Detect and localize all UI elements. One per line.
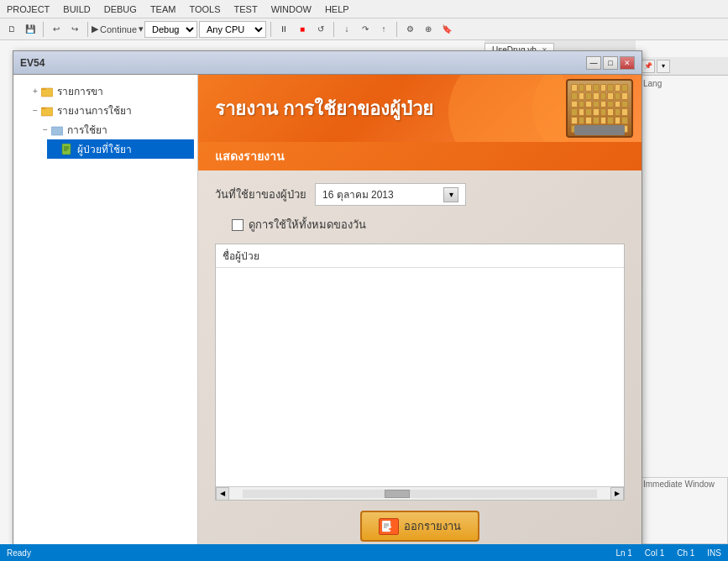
separator-4 bbox=[333, 22, 334, 37]
c22 bbox=[607, 101, 614, 108]
expand-icon-1: + bbox=[30, 87, 40, 96]
menu-window[interactable]: WINDOW bbox=[264, 3, 318, 16]
ev54-window: EV54 — □ ✕ + รายการขา − bbox=[13, 50, 642, 546]
c32 bbox=[621, 108, 628, 116]
ev54-titlebar: EV54 — □ ✕ bbox=[13, 51, 642, 75]
menu-help[interactable]: HELP bbox=[318, 3, 356, 16]
immediate-window: Immediate Window bbox=[637, 477, 728, 544]
table-column-name: ชื่อผู้ป่วย bbox=[223, 250, 259, 262]
play-icon: ▶ bbox=[92, 24, 98, 34]
date-label: วันที่ใช้ยาของผู้ป่วย bbox=[215, 186, 306, 203]
status-bar: Ready Ln 1 Col 1 Ch 1 INS bbox=[0, 544, 728, 561]
debug-dropdown[interactable]: Debug bbox=[144, 21, 197, 38]
status-ins: INS bbox=[707, 548, 721, 558]
checkbox-row: ดูการใช้ให้ทั้งหมดของวัน bbox=[232, 216, 625, 233]
export-btn-container: ออกรายงาน bbox=[215, 511, 625, 542]
menu-bar: PROJECT BUILD DEBUG TEAM TOOLS TEST WIND… bbox=[0, 0, 728, 18]
svg-rect-3 bbox=[41, 107, 46, 109]
restart-btn[interactable]: ↺ bbox=[312, 21, 329, 38]
scroll-left-btn[interactable]: ◀ bbox=[216, 487, 229, 501]
dropdown-btn[interactable]: ▾ bbox=[657, 60, 670, 73]
c23 bbox=[615, 101, 621, 108]
bookmark-btn[interactable]: 🔖 bbox=[438, 21, 455, 38]
folder-icon-3 bbox=[50, 123, 64, 137]
c12 bbox=[593, 92, 600, 100]
right-code-toolbar: 📌 ▾ bbox=[638, 57, 728, 76]
menu-test[interactable]: TEST bbox=[228, 3, 264, 16]
nav-tree: + รายการขา − รายงานการใ bbox=[13, 75, 198, 545]
stop-btn[interactable]: ■ bbox=[294, 21, 311, 38]
menu-project[interactable]: PROJECT bbox=[0, 3, 56, 16]
continue-btn[interactable]: ▶ Continue ▾ bbox=[92, 21, 143, 38]
export-report-button[interactable]: ออกรายงาน bbox=[360, 511, 479, 542]
tools-btn[interactable]: ⚙ bbox=[401, 21, 418, 38]
new-file-btn[interactable]: 🗋 bbox=[3, 21, 20, 38]
ev54-minimize-btn[interactable]: — bbox=[586, 56, 601, 70]
scroll-track[interactable] bbox=[243, 490, 597, 498]
date-picker-btn[interactable]: ▾ bbox=[443, 187, 458, 202]
c26 bbox=[579, 108, 585, 116]
menu-build[interactable]: BUILD bbox=[56, 3, 97, 16]
c37 bbox=[600, 117, 607, 124]
pause-btn[interactable]: ⏸ bbox=[275, 21, 292, 38]
separator-2 bbox=[87, 22, 88, 37]
scroll-thumb[interactable] bbox=[385, 490, 410, 498]
date-input[interactable]: 16 ตุลาคม 2013 ▾ bbox=[315, 183, 466, 206]
c24 bbox=[621, 101, 628, 108]
c30 bbox=[607, 108, 614, 116]
report-header: รายงาน การใช้ยาของผู้ป่วย bbox=[198, 75, 642, 142]
table-header: ชื่อผู้ป่วย bbox=[216, 244, 624, 268]
ev54-title: EV54 bbox=[20, 57, 45, 69]
undo-arrow-btn[interactable]: ↪ bbox=[66, 21, 83, 38]
tree-item-patient[interactable]: ผู้ป่วยที่ใช้ยา bbox=[47, 139, 194, 159]
all-day-checkbox[interactable] bbox=[232, 219, 244, 231]
menu-team[interactable]: TEAM bbox=[144, 3, 183, 16]
c29 bbox=[600, 108, 607, 116]
svg-rect-1 bbox=[41, 88, 46, 90]
status-ready: Ready bbox=[7, 548, 31, 558]
c25 bbox=[571, 108, 578, 116]
report-title: รายงาน การใช้ยาของผู้ป่วย bbox=[215, 94, 433, 123]
tree-item-raigarkar[interactable]: + รายการขา bbox=[27, 81, 194, 101]
separator-3 bbox=[270, 22, 271, 37]
c5 bbox=[600, 84, 607, 92]
c9 bbox=[571, 92, 578, 100]
status-ch: Ch 1 bbox=[677, 548, 694, 558]
breakpoint-btn[interactable]: ⊕ bbox=[420, 21, 437, 38]
horizontal-scrollbar[interactable]: ◀ ▶ bbox=[216, 486, 624, 500]
step-out-btn[interactable]: ↑ bbox=[375, 21, 392, 38]
separator-1 bbox=[43, 22, 44, 37]
c19 bbox=[585, 101, 592, 108]
save-btn[interactable]: 💾 bbox=[22, 21, 39, 38]
lang-label: Lang bbox=[638, 76, 728, 92]
c35 bbox=[585, 117, 592, 124]
c2 bbox=[579, 84, 585, 92]
form-content: วันที่ใช้ยาของผู้ป่วย 16 ตุลาคม 2013 ▾ ด… bbox=[198, 170, 642, 545]
tree-item-kaicha[interactable]: − การใช้ยา bbox=[37, 120, 194, 139]
ev54-maximize-btn[interactable]: □ bbox=[603, 56, 618, 70]
menu-tools[interactable]: TOOLS bbox=[182, 3, 227, 16]
step-into-btn[interactable]: ↓ bbox=[338, 21, 355, 38]
table-body[interactable] bbox=[216, 268, 624, 486]
report-area: รายงาน การใช้ยาของผู้ป่วย bbox=[198, 75, 642, 545]
status-right: Ln 1 Col 1 Ch 1 INS bbox=[615, 548, 721, 558]
c13 bbox=[600, 92, 607, 100]
main-toolbar: 🗋 💾 ↩ ↪ ▶ Continue ▾ Debug Any CPU ⏸ ■ ↺… bbox=[0, 18, 728, 40]
dropdown-arrow: ▾ bbox=[139, 24, 144, 34]
c28 bbox=[593, 108, 600, 116]
cpu-dropdown[interactable]: Any CPU bbox=[199, 21, 266, 38]
ev54-controls: — □ ✕ bbox=[586, 56, 635, 70]
immediate-label: Immediate Window bbox=[638, 478, 727, 490]
export-icon bbox=[379, 518, 399, 535]
menu-debug[interactable]: DEBUG bbox=[97, 3, 144, 16]
step-over-btn[interactable]: ↷ bbox=[357, 21, 374, 38]
pin-btn[interactable]: 📌 bbox=[642, 60, 655, 73]
scroll-right-btn[interactable]: ▶ bbox=[610, 487, 624, 501]
tree-item-raingan[interactable]: − รายงานการใช้ยา bbox=[27, 101, 194, 120]
c27 bbox=[585, 108, 592, 116]
undo-btn[interactable]: ↩ bbox=[48, 21, 65, 38]
svg-rect-4 bbox=[51, 127, 63, 135]
c8 bbox=[621, 84, 628, 92]
ev54-close-btn[interactable]: ✕ bbox=[620, 56, 635, 70]
status-ln: Ln 1 bbox=[615, 548, 631, 558]
